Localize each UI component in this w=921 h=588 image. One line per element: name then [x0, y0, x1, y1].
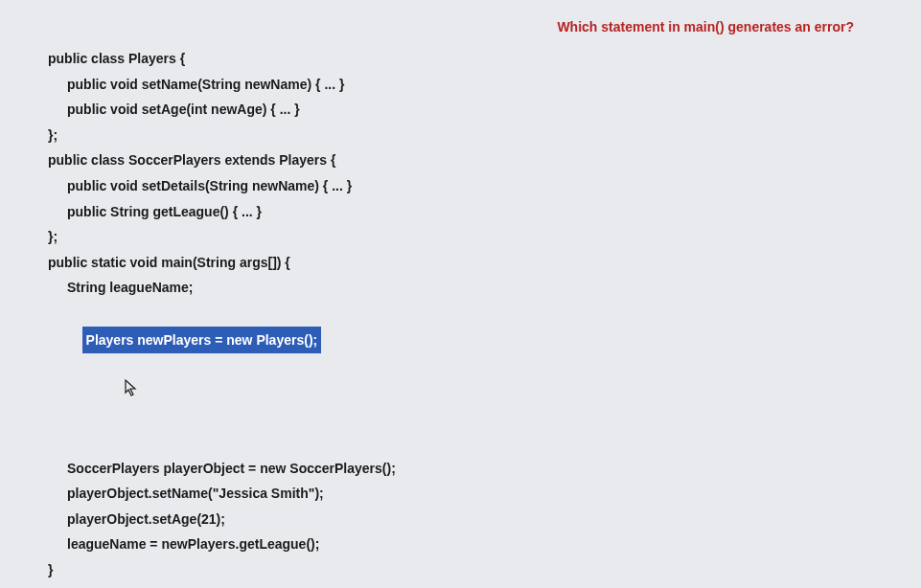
code-line: playerObject.setAge(21);: [48, 507, 892, 532]
code-line-highlighted: Players newPlayers = new Players();: [48, 301, 892, 456]
code-line: public String getLeague() { ... }: [48, 199, 892, 225]
question-title: Which statement in main() generates an e…: [48, 19, 892, 34]
code-line: String leagueName;: [48, 275, 892, 301]
code-line: public static void main(String args[]) {: [48, 250, 892, 276]
code-line: public void setDetails(String newName) {…: [48, 173, 892, 199]
cursor-icon: [82, 353, 139, 430]
code-block: public class Players { public void setNa…: [48, 46, 892, 582]
selected-text: Players newPlayers = new Players();: [82, 327, 322, 354]
code-line: public void setName(String newName) { ..…: [48, 72, 892, 98]
code-line: }: [48, 557, 892, 583]
code-line: leagueName = newPlayers.getLeague();: [48, 531, 892, 557]
code-line: public void setAge(int newAge) { ... }: [48, 97, 892, 123]
code-line: public class SoccerPlayers extends Playe…: [48, 147, 892, 173]
code-line: SoccerPlayers playerObject = new SoccerP…: [48, 456, 892, 482]
code-line: };: [48, 224, 892, 250]
code-line: };: [48, 123, 892, 148]
code-line: playerObject.setName("Jessica Smith");: [48, 481, 892, 507]
code-line: public class Players {: [48, 46, 892, 72]
